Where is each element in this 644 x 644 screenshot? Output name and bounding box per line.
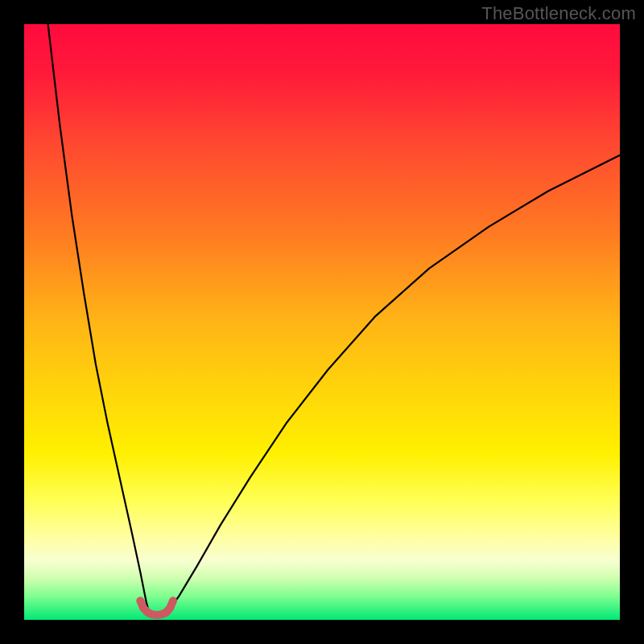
plot-area	[24, 24, 620, 620]
gradient-background	[24, 24, 620, 620]
chart-frame: TheBottleneck.com	[0, 0, 644, 644]
watermark-text: TheBottleneck.com	[481, 3, 636, 24]
